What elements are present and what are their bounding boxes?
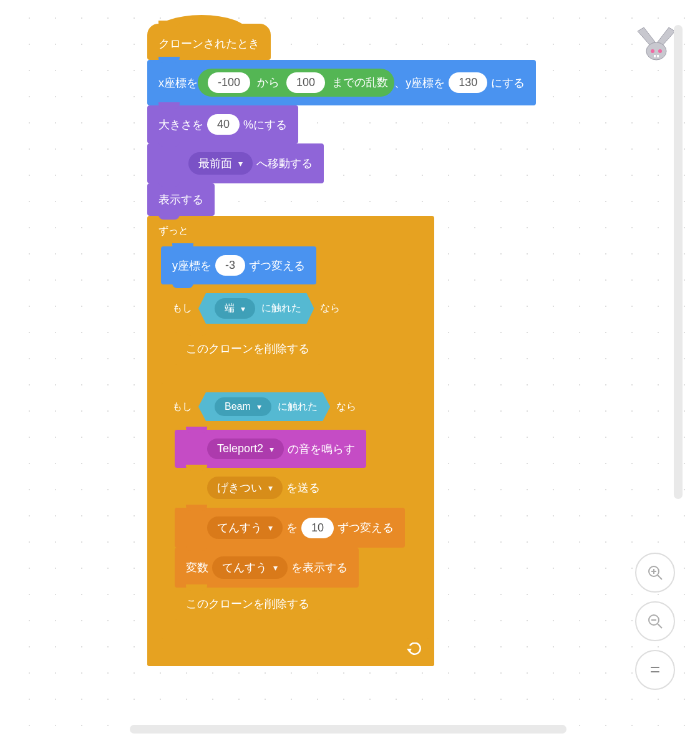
touching-beam-suffix: に触れた — [278, 401, 318, 412]
goto-y-input[interactable]: 130 — [449, 72, 487, 93]
block-forever[interactable]: ずっと y座標を -3 ずつ変える もし — [147, 216, 434, 666]
change-var-dropdown[interactable]: てんすう — [207, 516, 283, 539]
hat-label: クローンされたとき — [158, 36, 260, 51]
goto-suffix: にする — [491, 75, 525, 90]
block-go-to-layer[interactable]: 最前面 へ移動する — [147, 143, 324, 183]
zoom-out-button[interactable] — [635, 601, 675, 641]
script-stack[interactable]: クローンされたとき x座標を -100 から 100 までの乱数 、 y座標を … — [147, 24, 536, 666]
svg-rect-3 — [654, 55, 656, 57]
show-label: 表示する — [158, 192, 203, 207]
block-broadcast[interactable]: げきつい を送る — [175, 468, 331, 508]
layer-suffix: へ移動する — [256, 156, 313, 171]
change-var-input[interactable]: 10 — [301, 518, 334, 538]
delete-clone-2-label: このクローンを削除する — [186, 596, 309, 611]
layer-dropdown[interactable]: 最前面 — [188, 152, 253, 175]
touching-beam-dropdown[interactable]: Beam — [215, 397, 271, 416]
zoom-controls: = — [635, 553, 675, 690]
block-change-variable[interactable]: てんすう を 10 ずつ変える — [175, 508, 405, 548]
horizontal-scrollbar[interactable] — [130, 725, 566, 734]
if2-suffix: なら — [336, 400, 356, 414]
changey-input[interactable]: -3 — [215, 255, 245, 276]
sound-dropdown[interactable]: Teleport2 — [207, 438, 284, 459]
svg-line-10 — [658, 624, 662, 628]
loop-arrow-icon — [407, 642, 423, 655]
block-set-size[interactable]: 大きさを 40 %にする — [147, 105, 298, 143]
rand-min-input[interactable]: -100 — [208, 72, 250, 93]
touching-edge-dropdown[interactable]: 端 — [215, 298, 255, 319]
rand-max-input[interactable]: 100 — [286, 72, 325, 93]
touching-suffix: に触れた — [261, 303, 301, 313]
block-show-variable[interactable]: 変数 てんすう を表示する — [175, 548, 359, 588]
showvar-suffix: を表示する — [291, 560, 348, 575]
rand-mid: から — [257, 76, 280, 89]
block-delete-clone-2[interactable]: このクローンを削除する — [175, 588, 321, 620]
block-delete-clone-1[interactable]: このクローンを削除する — [175, 332, 321, 365]
zoom-reset-label: = — [650, 660, 660, 680]
delete-clone-1-label: このクローンを削除する — [186, 341, 309, 356]
operator-random[interactable]: -100 から 100 までの乱数 — [198, 69, 394, 97]
block-show[interactable]: 表示する — [147, 183, 215, 216]
block-play-sound[interactable]: Teleport2 の音を鳴らす — [175, 430, 366, 468]
changey-prefix: y座標を — [172, 258, 211, 273]
block-if-touching-beam[interactable]: もし Beam に触れた なら Teleport2 の音を — [161, 384, 429, 639]
rand-suffix: までの乱数 — [332, 76, 388, 89]
size-input[interactable]: 40 — [207, 114, 240, 135]
show-var-dropdown[interactable]: てんすう — [212, 556, 288, 579]
svg-point-2 — [658, 49, 662, 53]
sensing-touching-edge[interactable]: 端 に触れた — [198, 293, 314, 324]
block-if-touching-edge[interactable]: もし 端 に触れた なら このクローンを削除する — [161, 284, 411, 384]
broadcast-dropdown[interactable]: げきつい — [207, 477, 283, 499]
change-var-mid: を — [286, 520, 298, 535]
showvar-prefix: 変数 — [186, 560, 208, 575]
svg-line-6 — [658, 575, 662, 579]
zoom-in-button[interactable] — [635, 553, 675, 593]
zoom-reset-button[interactable]: = — [635, 650, 675, 690]
block-change-y[interactable]: y座標を -3 ずつ変える — [161, 246, 316, 284]
svg-rect-4 — [657, 55, 659, 57]
goto-y-prefix: y座標を — [406, 75, 445, 90]
vertical-scrollbar[interactable] — [674, 25, 683, 499]
blocks-workspace[interactable]: クローンされたとき x座標を -100 から 100 までの乱数 、 y座標を … — [11, 0, 700, 740]
sound-suffix: の音を鳴らす — [288, 442, 355, 457]
goto-x-prefix: x座標を — [158, 75, 198, 90]
broadcast-suffix: を送る — [286, 480, 320, 495]
goto-sep: 、 — [394, 75, 406, 90]
sensing-touching-beam[interactable]: Beam に触れた — [198, 392, 330, 421]
forever-label: ずっと — [158, 225, 188, 238]
hat-when-cloned[interactable]: クローンされたとき — [147, 24, 271, 60]
changey-suffix: ずつ変える — [249, 258, 305, 273]
svg-point-1 — [651, 49, 654, 53]
change-var-suffix: ずつ変える — [338, 520, 394, 535]
if1-suffix: なら — [320, 302, 340, 315]
size-prefix: 大きさを — [158, 117, 203, 132]
size-suffix: %にする — [243, 117, 287, 132]
svg-point-0 — [646, 42, 666, 60]
if2-prefix: もし — [172, 400, 192, 414]
if1-prefix: もし — [172, 302, 192, 315]
block-goto-xy[interactable]: x座標を -100 から 100 までの乱数 、 y座標を 130 にする — [147, 60, 536, 105]
